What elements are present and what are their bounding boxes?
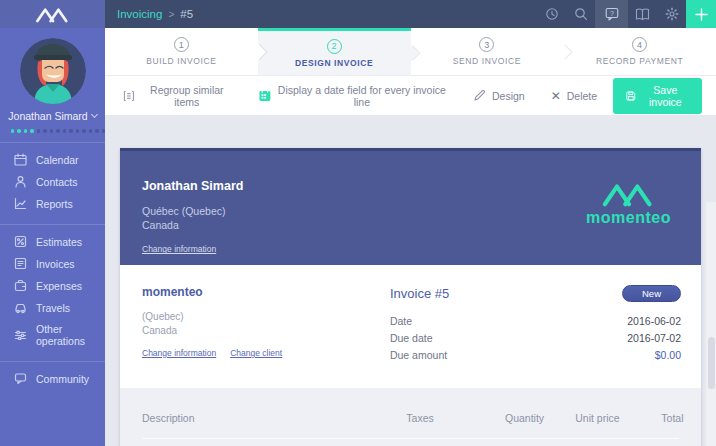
user-avatar[interactable]	[20, 38, 86, 104]
invoice-toolbar: Regroup similar items Display a date fie…	[105, 76, 716, 115]
chevron-down-icon	[91, 111, 98, 118]
sidebar-item-label: Invoices	[36, 258, 75, 270]
estimates-icon	[14, 235, 27, 248]
sidebar-item-label: Estimates	[36, 236, 82, 248]
date-field-toggle-button[interactable]: Display a date field for every invoice l…	[259, 84, 447, 108]
sender-address: Québec (Quebec) Canada	[142, 205, 243, 232]
user-menu[interactable]: Jonathan Simard	[0, 110, 105, 122]
step-record-payment[interactable]: 4 RECORD PAYMENT	[563, 28, 716, 76]
invoice-card: Jonathan Simard Québec (Quebec) Canada C…	[120, 148, 701, 446]
invoice-title: Invoice #5	[390, 286, 449, 301]
pagination-dot[interactable]	[43, 129, 46, 133]
travels-icon	[14, 301, 27, 314]
sidebar-item-community[interactable]: Community	[0, 368, 105, 390]
sidebar-item-reports[interactable]: Reports	[0, 193, 105, 215]
breadcrumb-invoicing[interactable]: Invoicing	[117, 8, 162, 20]
sidebar-item-estimates[interactable]: Estimates	[0, 231, 105, 253]
topbar-spacer	[193, 0, 537, 28]
breadcrumb: Invoicing > #5	[105, 0, 193, 28]
calendar-icon	[14, 153, 27, 166]
pagination-dot[interactable]	[95, 129, 98, 133]
breadcrumb-page: #5	[180, 8, 193, 20]
pagination-dot[interactable]	[24, 129, 27, 133]
history-icon[interactable]	[537, 0, 566, 28]
regroup-label: Regroup similar items	[141, 84, 233, 108]
pagination-dot[interactable]	[30, 129, 33, 133]
gear-icon[interactable]	[657, 0, 686, 28]
book-icon[interactable]	[628, 0, 657, 28]
pagination-dot[interactable]	[17, 129, 20, 133]
sidebar: Jonathan Simard Calendar Contacts Report…	[0, 28, 105, 446]
pagination-dot[interactable]	[50, 129, 53, 133]
table-divider	[142, 438, 679, 439]
step-build-invoice[interactable]: 1 BUILD INVOICE	[105, 28, 258, 76]
step-number: 1	[174, 37, 189, 52]
pagination-dot[interactable]	[63, 129, 66, 133]
design-button[interactable]: Design	[473, 89, 525, 102]
pagination-dot[interactable]	[37, 129, 40, 133]
sidebar-divider	[0, 361, 105, 362]
invoice-fields: Date 2016-06-02 Due date 2016-07-02 Due …	[390, 312, 681, 363]
topbar: Invoicing > #5 ?	[0, 0, 716, 28]
sender-country: Canada	[142, 219, 243, 233]
field-label: Date	[390, 315, 412, 327]
pagination-dot[interactable]	[69, 129, 72, 133]
pagination-dot[interactable]	[56, 129, 59, 133]
sidebar-item-label: Other operations	[36, 323, 105, 347]
help-bubble-icon[interactable]: ?	[595, 0, 628, 28]
sidebar-item-invoices[interactable]: Invoices	[0, 253, 105, 275]
pagination-dots[interactable]	[0, 129, 105, 133]
pagination-dot[interactable]	[11, 129, 14, 133]
search-icon[interactable]	[566, 0, 595, 28]
momenteo-logo[interactable]	[0, 0, 105, 28]
sidebar-divider	[0, 224, 105, 225]
step-label: SEND INVOICE	[453, 56, 521, 66]
column-unit-price: Unit price	[544, 412, 620, 424]
add-button[interactable]	[686, 0, 716, 28]
regroup-items-button[interactable]: Regroup similar items	[123, 84, 233, 108]
pagination-dot[interactable]	[102, 129, 105, 133]
sidebar-item-calendar[interactable]: Calendar	[0, 149, 105, 171]
step-send-invoice[interactable]: 3 SEND INVOICE	[411, 28, 564, 76]
invoice-header: Jonathan Simard Québec (Quebec) Canada C…	[120, 151, 701, 265]
change-information-link[interactable]: Change information	[142, 348, 216, 358]
sidebar-item-travels[interactable]: Travels	[0, 297, 105, 319]
sidebar-item-label: Travels	[36, 302, 70, 314]
sidebar-item-label: Reports	[36, 198, 73, 210]
pagination-dot[interactable]	[89, 129, 92, 133]
close-icon: ✕	[551, 89, 561, 103]
save-icon	[626, 90, 636, 102]
scrollbar-thumb[interactable]	[708, 337, 715, 389]
app-window: Invoicing > #5 ?	[0, 0, 716, 446]
invoice-title-row: Invoice #5 New	[390, 285, 681, 302]
field-row-date: Date 2016-06-02	[390, 312, 681, 329]
delete-label: Delete	[567, 90, 597, 102]
pagination-dot[interactable]	[82, 129, 85, 133]
invoice-line-items: Description Taxes Quantity Unit price To…	[120, 388, 701, 446]
invoice-info-block: Invoice #5 New Date 2016-06-02 Due date …	[390, 285, 681, 388]
toolbar-right: ✕ Delete Save invoice	[551, 78, 702, 114]
scrollbar-track[interactable]	[706, 202, 716, 446]
svg-text:?: ?	[610, 10, 614, 17]
column-description: Description	[120, 412, 364, 424]
operations-icon	[14, 329, 27, 342]
community-icon	[14, 372, 27, 385]
save-invoice-button[interactable]: Save invoice	[613, 78, 702, 114]
sidebar-item-expenses[interactable]: Expenses	[0, 275, 105, 297]
field-value: 2016-06-02	[627, 315, 681, 327]
sidebar-nav-documents: Estimates Invoices Expenses Travels Othe…	[0, 231, 105, 352]
sidebar-item-other-operations[interactable]: Other operations	[0, 319, 105, 352]
change-client-link[interactable]: Change client	[230, 348, 282, 358]
brand-name: momenteo	[586, 209, 671, 227]
change-information-link[interactable]: Change information	[142, 244, 216, 254]
field-label: Due amount	[390, 349, 447, 361]
sidebar-item-label: Expenses	[36, 280, 82, 292]
step-design-invoice[interactable]: 2 DESIGN INVOICE	[258, 28, 411, 76]
field-value: $0.00	[655, 349, 681, 361]
client-links: Change information Change client	[142, 348, 390, 358]
avatar-wrap	[0, 28, 105, 104]
delete-button[interactable]: ✕ Delete	[551, 89, 597, 103]
pagination-dot[interactable]	[76, 129, 79, 133]
column-quantity: Quantity	[434, 412, 544, 424]
sidebar-item-contacts[interactable]: Contacts	[0, 171, 105, 193]
